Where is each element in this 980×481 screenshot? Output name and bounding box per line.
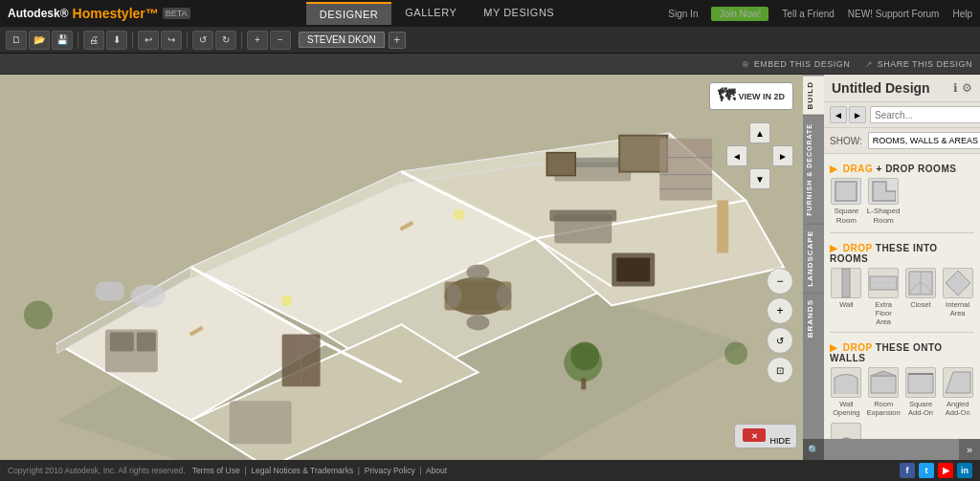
zoom-in-button[interactable]: + <box>247 31 268 50</box>
square-room-icon <box>834 180 858 203</box>
nav-left-button[interactable]: ◄ <box>726 145 747 166</box>
tab-brands[interactable]: BRANDS <box>803 293 824 343</box>
download-button[interactable]: ⬇ <box>106 31 127 50</box>
embed-link[interactable]: ⊕ EMBED THIS DESIGN <box>742 59 850 69</box>
privacy-link[interactable]: Privacy Policy <box>365 466 415 475</box>
design-info-icon[interactable]: ℹ <box>953 81 958 95</box>
open-button[interactable]: 📂 <box>29 31 50 50</box>
zoom-in-ctrl[interactable]: + <box>767 297 793 324</box>
tab-my-designs[interactable]: MY DESIGNS <box>470 2 568 25</box>
svg-marker-54 <box>873 182 896 201</box>
toolbar-sep-3 <box>187 32 188 49</box>
about-link[interactable]: About <box>426 466 447 475</box>
terms-link[interactable]: Terms of Use <box>192 466 240 475</box>
new-button[interactable]: 🗋 <box>6 31 27 50</box>
wall-opening-label: WallOpening <box>833 400 859 417</box>
svg-marker-62 <box>871 371 896 376</box>
collapse-button[interactable]: » <box>959 439 980 460</box>
internal-area-shape <box>943 268 973 298</box>
l-shaped-room-item[interactable]: L-ShapedRoom <box>867 178 901 225</box>
svg-rect-39 <box>546 153 575 176</box>
svg-rect-30 <box>230 401 292 444</box>
drag-rest: + DROP ROOMS <box>877 164 957 174</box>
square-addon-shape <box>905 367 936 398</box>
room-grid: SquareRoom L-ShapedRoom <box>830 178 974 225</box>
toolbar-sep-2 <box>132 32 133 49</box>
embed-bar: ⊕ EMBED THIS DESIGN ↗ SHARE THIS DESIGN <box>0 54 980 75</box>
panel-body: ▶ DRAG + DROP ROOMS SquareRoom <box>824 154 980 439</box>
tab-designer[interactable]: DESIGNER <box>306 2 391 25</box>
drop-onto-walls-heading: ▶ DROP THESE ONTO WALLS <box>830 337 974 367</box>
drop-into-text: DROP <box>843 243 873 253</box>
reset-view-ctrl[interactable]: ⊡ <box>767 357 793 383</box>
legal-link[interactable]: Legal Notices & Trademarks <box>251 466 353 475</box>
zoom-out-button[interactable]: − <box>270 31 291 50</box>
youtube-icon[interactable]: ▶ <box>938 463 953 478</box>
search-toggle[interactable]: 🔍 <box>803 439 824 460</box>
divider-1 <box>830 232 974 233</box>
right-panel: BUILD FURNISH & DECORATE LANDSCAPE BRAND… <box>803 75 980 460</box>
copyright-text: Copyright 2010 Autodesk, Inc. All rights… <box>8 466 447 475</box>
history-back[interactable]: ◄ <box>830 106 847 123</box>
nav-up-button[interactable]: ▲ <box>749 122 770 143</box>
nav-row-top: ▲ <box>749 122 770 143</box>
drop-onto-arrow: ▶ <box>830 342 838 353</box>
help-link[interactable]: Help <box>952 9 972 19</box>
tell-friend-link[interactable]: Tell a Friend <box>782 9 834 19</box>
canvas-area[interactable]: 🗺 VIEW IN 2D ▲ ◄ ► ▼ − + ↺ ⊡ <box>0 75 803 460</box>
redo-button[interactable]: ↪ <box>161 31 182 50</box>
show-label: SHOW: <box>830 136 862 146</box>
l-shaped-room-shape <box>868 178 899 205</box>
angled-addon-item[interactable]: AngledAdd-On <box>941 367 974 417</box>
nav-right-button[interactable]: ► <box>772 145 793 166</box>
tab-gallery[interactable]: GALLERY <box>391 2 470 25</box>
undo-button[interactable]: ↩ <box>138 31 159 50</box>
square-addon-item[interactable]: SquareAdd-On <box>904 367 938 417</box>
hide-panel-button[interactable]: ✕ HIDE <box>734 424 797 448</box>
closet-item[interactable]: Closet <box>904 268 938 326</box>
linkedin-icon[interactable]: in <box>957 463 972 478</box>
tab-furnish[interactable]: FURNISH & DECORATE <box>803 115 824 224</box>
rotate-view-ctrl[interactable]: ↺ <box>767 327 793 354</box>
search-input[interactable] <box>870 106 980 123</box>
wall-label: Wall <box>839 300 853 309</box>
view-2d-button[interactable]: 🗺 VIEW IN 2D <box>709 82 793 110</box>
square-addon-icon <box>906 370 935 395</box>
svg-rect-34 <box>96 281 124 300</box>
tab-landscape[interactable]: LANDSCAPE <box>803 224 824 293</box>
add-tab-button[interactable]: + <box>389 32 406 49</box>
room-expansion-shape <box>868 367 899 398</box>
nav-down-button[interactable]: ▼ <box>749 168 770 189</box>
svg-point-42 <box>281 295 293 306</box>
room-expansion-item[interactable]: RoomExpansion <box>867 367 901 417</box>
curve-wall-item[interactable]: CurveWall <box>830 423 863 439</box>
twitter-icon[interactable]: t <box>919 463 934 478</box>
join-now-button[interactable]: Join Now! <box>711 7 768 21</box>
design-settings-icon[interactable]: ⚙ <box>962 81 972 95</box>
sign-in-link[interactable]: Sign In <box>668 9 698 19</box>
user-tab[interactable]: STEVEN DKON <box>299 32 385 48</box>
main-content: 🗺 VIEW IN 2D ▲ ◄ ► ▼ − + ↺ ⊡ <box>0 75 980 460</box>
support-forum-link[interactable]: NEW! Support Forum <box>848 9 940 19</box>
wall-opening-item[interactable]: WallOpening <box>830 367 863 417</box>
l-shaped-room-label: L-ShapedRoom <box>867 207 901 225</box>
svg-rect-28 <box>110 332 134 351</box>
square-room-item[interactable]: SquareRoom <box>830 178 863 225</box>
extra-floor-item[interactable]: Extra FloorArea <box>867 268 901 326</box>
square-room-shape <box>831 178 861 205</box>
wall-item[interactable]: Wall <box>830 268 863 326</box>
internal-area-item[interactable]: InternalArea <box>941 268 974 326</box>
show-select[interactable]: ROOMS, WALLS & AREAS ROOMS ONLY WALLS ON… <box>868 132 980 149</box>
rotate-cw-button[interactable]: ↻ <box>215 31 236 50</box>
square-addon-label: SquareAdd-On <box>908 400 933 417</box>
history-buttons: ◄ ► <box>830 106 866 123</box>
svg-point-36 <box>570 341 599 370</box>
print-button[interactable]: 🖨 <box>83 31 104 50</box>
share-link[interactable]: ↗ SHARE THIS DESIGN <box>865 59 972 69</box>
zoom-out-ctrl[interactable]: − <box>767 268 793 295</box>
tab-build[interactable]: BUILD <box>803 75 824 115</box>
save-button[interactable]: 💾 <box>52 31 73 50</box>
rotate-ccw-button[interactable]: ↺ <box>192 31 213 50</box>
facebook-icon[interactable]: f <box>900 463 915 478</box>
history-forward[interactable]: ► <box>849 106 866 123</box>
